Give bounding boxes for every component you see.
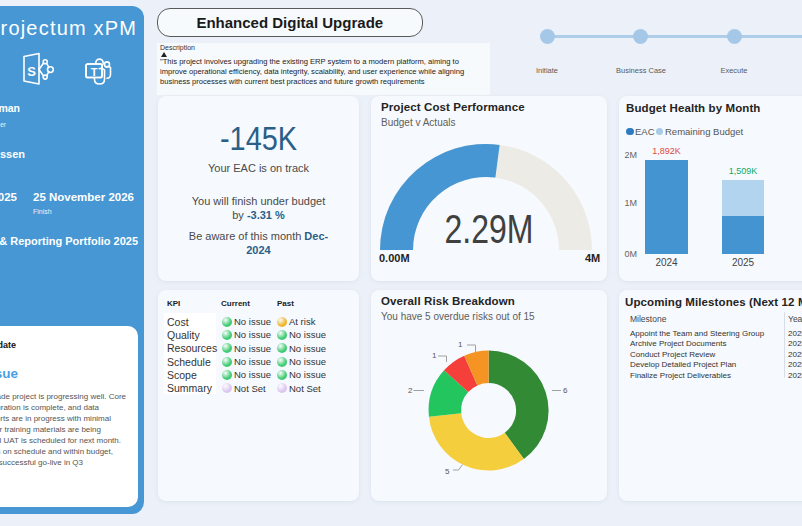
svg-text:T: T: [91, 66, 98, 78]
svg-text:S: S: [27, 64, 36, 79]
